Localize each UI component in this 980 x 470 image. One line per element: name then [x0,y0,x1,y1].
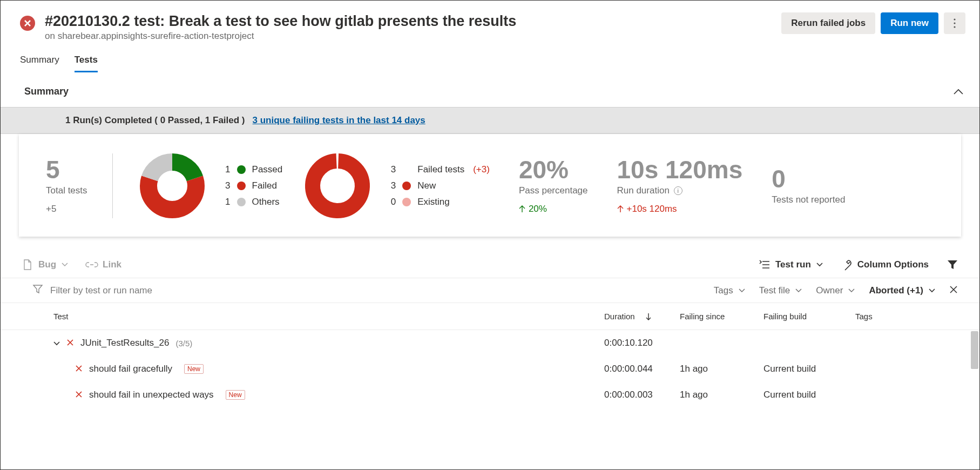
chevron-down-icon [795,288,802,293]
cell-duration: 0:00:00.003 [604,390,680,400]
table-row[interactable]: should fail gracefully New 0:00:00.044 1… [1,356,979,382]
fail-icon [66,338,74,348]
info-icon[interactable]: i [674,186,682,195]
rerun-failed-button[interactable]: Rerun failed jobs [781,12,875,34]
donut-icon [138,151,207,220]
clear-filters-button[interactable] [949,285,958,296]
results-table-header: Test Duration Failing since Failing buil… [1,303,979,330]
cell-build: Current build [763,390,855,400]
tab-summary[interactable]: Summary [20,55,59,72]
link-icon [86,259,97,270]
swatch-icon [402,198,411,206]
breakdown-chart: 1 Passed 3 Failed 1 Others [138,151,283,220]
svg-point-6 [312,160,363,212]
fail-icon [75,390,83,400]
filter-toggle-button[interactable] [947,259,958,270]
legend-new: 3 New [387,180,490,191]
filter-input[interactable] [50,285,266,296]
close-icon [949,285,958,294]
wrench-icon [841,259,852,270]
summary-section-title: Summary [24,86,69,97]
document-icon [22,259,33,270]
chevron-down-icon [929,288,935,293]
divider [112,153,113,218]
sort-desc-icon [646,313,651,320]
legend-failed-total: 3 Failed tests (+3) [387,164,490,175]
filter-aborted[interactable]: Aborted (+1) [869,285,935,296]
chevron-down-icon[interactable] [53,338,60,348]
cell-build: Current build [763,364,855,374]
col-duration[interactable]: Duration [604,312,680,321]
swatch-icon [237,165,246,174]
col-test[interactable]: Test [53,312,604,321]
chevron-up-icon [954,86,963,97]
swatch-icon [237,198,246,206]
svg-point-0 [954,18,955,20]
trend-up-icon: +10s 120ms [617,204,743,214]
swatch-icon [237,182,246,190]
scrollbar-thumb[interactable] [971,331,978,369]
cell-duration: 0:00:00.044 [604,364,680,374]
run-subtitle: on sharebear.appinsights-surefire-action… [45,31,516,42]
page-header: #20210130.2 test: Break a test to see ho… [1,1,979,42]
fail-icon [75,364,83,374]
cell-duration: 0:00:10.120 [604,338,680,348]
col-failing-since[interactable]: Failing since [680,312,763,321]
test-name: should fail gracefully [89,364,172,374]
svg-point-1 [954,22,955,24]
donut-icon [303,151,372,220]
test-run-dropdown[interactable]: Test run [759,259,823,270]
legend-passed: 1 Passed [222,164,283,175]
filter-icon [947,259,958,270]
filter-row: Tags Test file Owner Aborted (+1) [1,278,979,303]
results-rows: JUnit_TestResults_26 (3/5) 0:00:10.120 s… [1,330,979,438]
metric-not-reported: 0 Tests not reported [772,166,845,205]
table-row-group[interactable]: JUnit_TestResults_26 (3/5) 0:00:10.120 [1,330,979,356]
legend-others: 1 Others [222,197,283,207]
chevron-down-icon [62,263,68,267]
legend-existing: 0 Existing [387,197,490,207]
group-name: JUnit_TestResults_26 [80,338,169,348]
list-icon [759,259,770,270]
chevron-down-icon [848,288,855,293]
metric-pass-percentage: 20% Pass percentage 20% [519,157,588,214]
filter-test-file[interactable]: Test file [759,285,802,296]
metric-run-duration: 10s 120ms Run duration i +10s 120ms [617,157,743,214]
chevron-down-icon [816,263,823,267]
cell-since: 1h ago [680,390,763,400]
create-bug-button[interactable]: Bug [22,259,68,270]
funnel-icon [33,285,43,296]
banner-text: 1 Run(s) Completed ( 0 Passed, 1 Failed … [65,115,245,126]
summary-section-header[interactable]: Summary [1,73,979,107]
tab-tests[interactable]: Tests [75,55,98,72]
more-actions-button[interactable] [944,12,965,34]
run-status-failed-icon [20,16,35,31]
link-workitem-button[interactable]: Link [86,259,121,270]
trend-up-icon: 20% [519,204,588,214]
failing-tests-link[interactable]: 3 unique failing tests in the last 14 da… [253,115,425,126]
new-badge: New [184,364,204,374]
failed-tests-chart: 3 Failed tests (+3) 3 New 0 Existing [303,151,490,220]
failed-delta: (+3) [473,164,490,175]
total-tests-value: 5 [46,157,87,182]
total-tests-label: Total tests [46,185,87,196]
group-count: (3/5) [175,339,192,348]
column-options-button[interactable]: Column Options [841,259,929,270]
col-failing-build[interactable]: Failing build [763,312,855,321]
legend-failed: 3 Failed [222,180,283,191]
filter-tags[interactable]: Tags [714,285,745,296]
metric-total-tests: 5 Total tests +5 [46,157,87,214]
run-title: #20210130.2 test: Break a test to see ho… [45,12,516,30]
table-row[interactable]: should fail in unexpected ways New 0:00:… [1,382,979,408]
filter-owner[interactable]: Owner [816,285,855,296]
svg-point-2 [954,26,955,28]
results-toolbar: Bug Link Test run Column Options [1,252,979,278]
col-tags[interactable]: Tags [855,312,958,321]
summary-banner: 1 Run(s) Completed ( 0 Passed, 1 Failed … [1,107,979,134]
run-new-button[interactable]: Run new [881,12,938,34]
swatch-icon [402,182,411,190]
tab-bar: Summary Tests [1,42,979,73]
test-name: should fail in unexpected ways [89,390,214,400]
total-tests-delta: +5 [46,204,87,214]
metrics-card: 5 Total tests +5 1 Passed 3 Failed [19,134,961,237]
